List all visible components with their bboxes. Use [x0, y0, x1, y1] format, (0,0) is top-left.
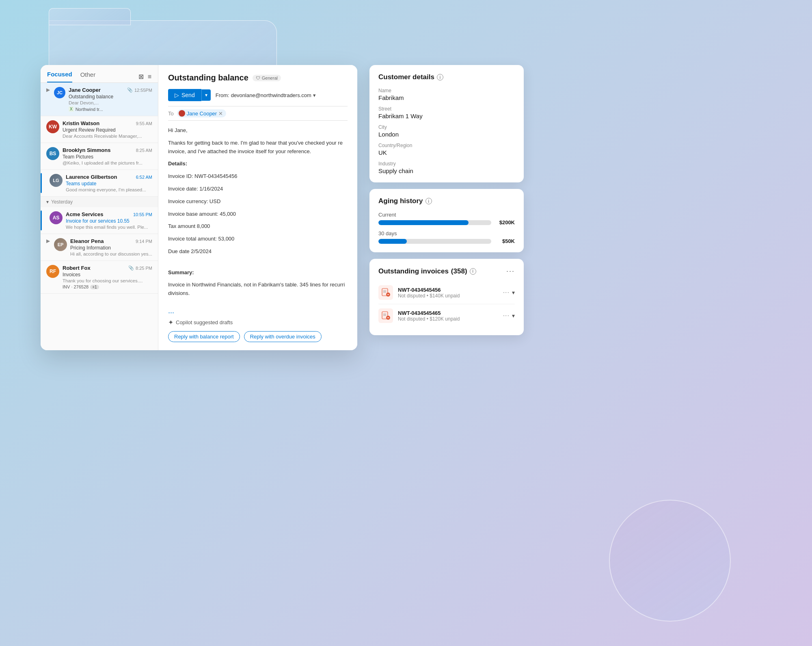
date-divider: ▾ Yesterday [41, 197, 158, 207]
compose-title-row: Outstanding balance 🛡 General [168, 73, 348, 82]
outstanding-invoices-card: Outstanding invoices (358) i ··· [369, 259, 524, 335]
from-label: From: [216, 92, 229, 98]
email-items-list: ▶ JC Jane Cooper 📎 12:55PM Outstanding b… [41, 83, 158, 350]
copilot-label: Copilot suggested drafts [176, 319, 233, 325]
email-item-kw[interactable]: KW Kristin Watson 9:55 AM Urgent Review … [41, 116, 158, 143]
copilot-row: ✦ Copilot suggested drafts [168, 319, 348, 326]
from-chevron[interactable]: ▾ [313, 92, 316, 98]
invoice-expand-btn-2[interactable]: ▾ [512, 312, 515, 319]
detail-name-label: Name [378, 88, 515, 93]
subject-lg: Teams update [66, 181, 152, 186]
invoices-title-row: Outstanding invoices (358) i [378, 267, 476, 275]
aging-current-wrap: $200K [378, 219, 515, 225]
unread-bar-as [41, 210, 42, 230]
preview-as: We hope this email finds you well. Ple..… [66, 225, 152, 230]
invoice-icon-2 [378, 308, 393, 323]
email-item-jc[interactable]: ▶ JC Jane Cooper 📎 12:55PM Outstanding b… [41, 83, 158, 116]
email-item-bs[interactable]: BS Brooklyn Simmons 8:25 AM Team Picture… [41, 143, 158, 170]
to-chip[interactable]: Jane Cooper ✕ [177, 109, 226, 117]
send-btn-group: ▷ Send ▾ From: devonlane@northwindtrader… [168, 89, 348, 101]
invoice-actions-2: ··· ▾ [503, 312, 515, 319]
details-label: Details: [168, 160, 187, 167]
right-panel: Customer details i Name Fabrikam Street … [369, 65, 524, 350]
sender-ep: Eleanor Pena [70, 238, 104, 244]
detail-total: Invoice total amount: 53,000 [168, 235, 348, 243]
tab-other[interactable]: Other [80, 71, 96, 82]
email-item-lg[interactable]: LG Laurence Gilbertson 6:52 AM Teams upd… [41, 170, 158, 197]
from-email: devonlane@northwindtraders.com [231, 92, 311, 98]
preview-lg: Good morning everyone, I'm pleased... [66, 187, 152, 192]
expand-icon-ep[interactable]: ▶ [46, 238, 50, 244]
aging-history-info-icon[interactable]: i [425, 198, 432, 204]
invoice-status-1: Not disputed • $140K unpaid [398, 293, 498, 299]
detail-country-value: UK [378, 149, 515, 156]
reply-balance-report-btn[interactable]: Reply with balance report [168, 331, 240, 342]
detail-city-label: City [378, 124, 515, 130]
email-item-bs-content: Brooklyn Simmons 8:25 AM Team Pictures @… [63, 147, 152, 165]
subject-as: Invoice for our services 10.55 [66, 218, 152, 224]
shield-icon: 🛡 [256, 76, 260, 80]
body-p1: Thanks for getting back to me. I'm glad … [168, 139, 348, 156]
sort-icon[interactable]: ≡ [148, 73, 151, 80]
detail-name-value: Fabrikam [378, 94, 515, 101]
copilot-icon: ✦ [168, 319, 173, 326]
avatar-rf: RF [46, 265, 59, 278]
send-label: Send [181, 92, 195, 98]
summary-label: Summary: [168, 269, 194, 275]
detail-industry-label: Industry [378, 161, 515, 167]
customer-details-info-icon[interactable]: i [437, 74, 443, 80]
detail-due: Due date 2/5/2024 [168, 247, 348, 256]
expand-icon-jc[interactable]: ▶ [46, 87, 50, 93]
time-jc: 12:55PM [134, 88, 152, 93]
circle-decoration [609, 500, 731, 622]
send-button[interactable]: ▷ Send [168, 89, 201, 101]
detail-city-value: London [378, 131, 515, 138]
sender-lg: Laurence Gilbertson [66, 174, 117, 180]
time-as: 10:55 PM [133, 212, 152, 217]
body-greeting: Hi Jane, [168, 126, 348, 135]
filter-icon[interactable]: ⊠ [138, 73, 144, 80]
sender-jc: Jane Cooper [69, 87, 101, 93]
invoice-more-btn-1[interactable]: ··· [503, 289, 510, 296]
aging-30days-wrap: $50K [378, 238, 515, 244]
detail-country: Country/Region UK [378, 143, 515, 156]
preview-kw: Dear Accounts Receivable Manager,... [63, 134, 152, 139]
email-item-jc-content: Jane Cooper 📎 12:55PM Outstanding balanc… [69, 87, 152, 112]
invoice-expand-btn-1[interactable]: ▾ [512, 289, 515, 296]
compose-title: Outstanding balance [168, 73, 248, 82]
email-item-ep[interactable]: ▶ EP Eleanor Pena 9:14 PM Pricing Inform… [41, 234, 158, 261]
aging-current-fill [378, 220, 469, 225]
email-item-rf-content: Robert Fox 📎 8:25 PM Invoices Thank you … [63, 265, 152, 289]
email-list: Focused Other ⊠ ≡ ▶ JC Jane Cooper [41, 65, 158, 350]
tab-focused[interactable]: Focused [47, 71, 72, 82]
avatar-bs: BS [46, 147, 59, 160]
reply-overdue-invoices-btn[interactable]: Reply with overdue invoices [244, 331, 322, 342]
invoices-title-label: Outstanding invoices [378, 267, 449, 275]
send-dropdown-button[interactable]: ▾ [201, 89, 211, 101]
aging-30days-fill [378, 239, 407, 244]
aging-30days-label: 30 days [378, 230, 515, 236]
detail-street: Street Fabrikam 1 Way [378, 106, 515, 119]
aging-current-bg [378, 220, 491, 225]
detail-industry: Industry Supply chain [378, 161, 515, 174]
invoices-more-btn[interactable]: ··· [506, 267, 515, 275]
email-item-as[interactable]: AS Acme Services 10:55 PM Invoice for ou… [41, 207, 158, 234]
general-badge: 🛡 General [253, 75, 281, 81]
email-item-rf[interactable]: RF Robert Fox 📎 8:25 PM Invoices Thank y… [41, 261, 158, 294]
remove-recipient-btn[interactable]: ✕ [218, 111, 223, 117]
ellipsis-expand[interactable]: ... [168, 307, 348, 315]
invoices-info-icon[interactable]: i [470, 268, 476, 275]
subject-rf: Invoices [63, 272, 152, 277]
aging-current-amount: $200K [495, 219, 515, 225]
email-item-ep-content: Eleanor Pena 9:14 PM Pricing Information… [70, 238, 152, 256]
avatar-jc: JC [54, 87, 65, 98]
header-icons: ⊠ ≡ [138, 73, 151, 80]
customer-details-title: Customer details i [378, 73, 515, 81]
aging-bar-current: Current $200K [378, 212, 515, 225]
collapse-icon[interactable]: ▾ [46, 199, 49, 205]
detail-invoice-id: Invoice ID: NWT-0434545456 [168, 172, 348, 181]
invoice-more-btn-2[interactable]: ··· [503, 312, 510, 319]
email-item-as-content: Acme Services 10:55 PM Invoice for our s… [66, 211, 152, 230]
detail-currency: Invoice currency: USD [168, 197, 348, 206]
time-kw: 9:55 AM [136, 121, 152, 126]
